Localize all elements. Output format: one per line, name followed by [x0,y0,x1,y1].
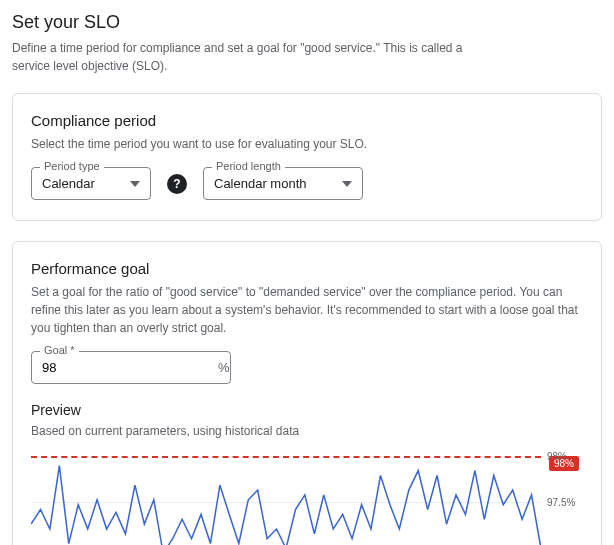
performance-card: Performance goal Set a goal for the rati… [12,241,602,545]
page-subtitle: Define a time period for compliance and … [12,39,482,75]
goal-input[interactable] [42,360,210,375]
y-tick: 97.5% [547,497,575,508]
period-length-label: Period length [212,160,285,172]
performance-desc: Set a goal for the ratio of "good servic… [31,283,583,337]
preview-desc: Based on current parameters, using histo… [31,422,583,440]
y-tick: 98% [547,451,567,462]
compliance-card: Compliance period Select the time period… [12,93,602,221]
period-type-value: Calendar [42,176,95,191]
performance-title: Performance goal [31,260,583,277]
page-title: Set your SLO [12,12,602,33]
period-type-label: Period type [40,160,104,172]
compliance-desc: Select the time period you want to use f… [31,135,583,153]
goal-field[interactable]: Goal * % [31,351,231,384]
period-length-select[interactable]: Period length Calendar month [203,167,363,200]
preview-chart: 98% 98% 97.5% 97% 96.5% [31,452,583,545]
chevron-down-icon [130,181,140,187]
y-axis: 98% 97.5% 97% 96.5% [541,452,583,545]
help-icon[interactable]: ? [167,174,187,194]
chevron-down-icon [342,181,352,187]
line-plot [31,452,541,545]
goal-label: Goal * [40,344,79,356]
compliance-title: Compliance period [31,112,583,129]
period-length-value: Calendar month [214,176,307,191]
period-type-select[interactable]: Period type Calendar [31,167,151,200]
preview-title: Preview [31,402,583,418]
goal-unit: % [218,360,230,375]
